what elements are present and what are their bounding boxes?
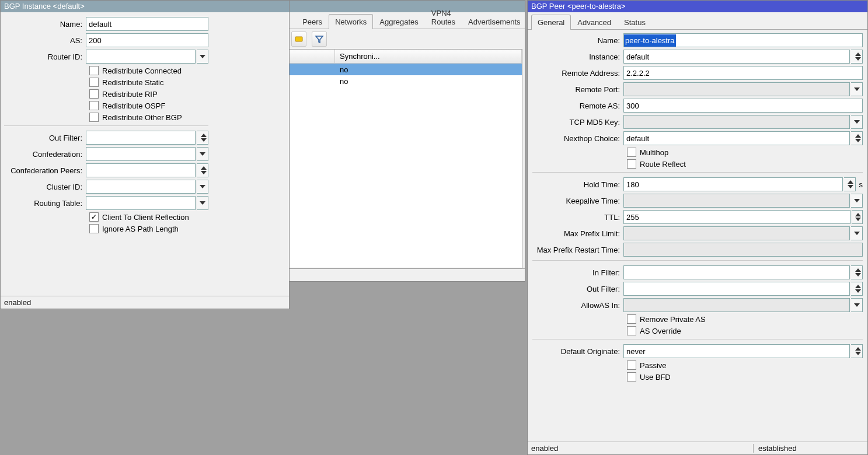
tab-networks[interactable]: Networks (329, 14, 373, 29)
peer-out-filter-label: Out Filter: (532, 285, 623, 293)
routing-table-combo[interactable] (86, 196, 196, 210)
tcp-md5-label: TCP MD5 Key: (532, 118, 623, 127)
client-reflection-label: Client To Client Reflection (102, 213, 189, 222)
route-reflect-label: Route Reflect (640, 160, 686, 169)
remove-private-as-check[interactable] (627, 314, 636, 324)
router-id-label: Router ID: (4, 52, 86, 61)
remote-port-label: Remote Port: (532, 85, 623, 94)
ignore-as-path-label: Ignore AS Path Length (102, 225, 179, 233)
name-input[interactable] (86, 17, 208, 31)
keepalive-dropdown[interactable] (851, 194, 863, 208)
instance-dropdown[interactable] (851, 50, 863, 64)
peer-status-left: enabled (531, 444, 558, 453)
default-originate-combo[interactable]: never (623, 344, 850, 358)
in-filter-dropdown[interactable] (851, 265, 863, 279)
confederation-peers-label: Confederation Peers: (4, 166, 86, 175)
as-label: AS: (4, 36, 86, 45)
tab-status[interactable]: Status (618, 15, 652, 30)
name-label: Name: (4, 20, 86, 29)
instance-window-title[interactable]: BGP Instance <default> (1, 1, 289, 12)
in-filter-label: In Filter: (532, 268, 623, 277)
tab-peers[interactable]: Peers (296, 14, 329, 29)
confederation-combo[interactable] (86, 147, 196, 161)
redistribute-other-bgp-check[interactable] (89, 113, 99, 122)
client-reflection-check[interactable] (89, 212, 99, 222)
hold-time-dropdown[interactable] (844, 177, 856, 191)
use-bfd-check[interactable] (627, 372, 636, 382)
peer-tabs: General Advanced Status (528, 12, 867, 30)
max-prefix-input[interactable] (623, 226, 850, 240)
remote-as-label: Remote AS: (532, 102, 623, 110)
cluster-id-combo[interactable] (86, 180, 196, 194)
tab-general[interactable]: General (531, 15, 571, 30)
instance-status-text: enabled (4, 298, 31, 307)
routing-table-label: Routing Table: (4, 199, 86, 208)
redistribute-other-bgp-label: Redistribute Other BGP (102, 113, 182, 122)
ignore-as-path-check[interactable] (89, 224, 99, 233)
confederation-dropdown[interactable] (197, 147, 208, 161)
col-synchronize[interactable]: Synchroni... (335, 50, 522, 63)
confederation-peers-combo[interactable] (86, 163, 196, 177)
ttl-label: TTL: (532, 213, 623, 222)
hold-time-input[interactable] (623, 177, 843, 191)
redistribute-connected-check[interactable] (89, 66, 99, 75)
router-id-dropdown[interactable] (197, 50, 208, 64)
bgp-peer-window: BGP Peer <peer-to-alestra> General Advan… (527, 0, 868, 455)
confederation-peers-updown[interactable] (197, 163, 208, 177)
allowas-dropdown[interactable] (851, 298, 863, 312)
nexthop-combo[interactable]: default (623, 131, 850, 145)
tcp-md5-dropdown[interactable] (851, 115, 863, 129)
max-prefix-dropdown[interactable] (851, 226, 863, 240)
routing-table-dropdown[interactable] (197, 196, 208, 210)
keepalive-label: Keepalive Time: (532, 197, 623, 205)
cluster-id-label: Cluster ID: (4, 183, 86, 191)
instance-combo[interactable]: default (623, 50, 850, 64)
in-filter-combo[interactable] (623, 265, 850, 279)
peer-out-filter-dropdown[interactable] (851, 282, 863, 296)
out-filter-label: Out Filter: (4, 134, 86, 142)
passive-check[interactable] (627, 360, 636, 370)
remote-port-input[interactable] (623, 82, 850, 96)
multihop-check[interactable] (627, 148, 636, 157)
ttl-input[interactable] (623, 210, 850, 224)
peer-statusbar: enabled established (528, 442, 867, 454)
peer-out-filter-combo[interactable] (623, 282, 850, 296)
tab-vpn4-routes[interactable]: VPN4 Routes (425, 5, 462, 29)
default-originate-dropdown[interactable] (851, 344, 863, 358)
redistribute-rip-check[interactable] (89, 89, 99, 99)
route-reflect-check[interactable] (627, 159, 636, 169)
redistribute-static-check[interactable] (89, 78, 99, 87)
router-id-combo[interactable] (86, 50, 196, 64)
allowas-input[interactable] (623, 298, 850, 312)
ttl-dropdown[interactable] (852, 210, 863, 224)
peer-name-input[interactable]: peer-to-alestra (623, 33, 863, 47)
peer-window-title[interactable]: BGP Peer <peer-to-alestra> (528, 1, 867, 12)
cluster-id-dropdown[interactable] (197, 180, 208, 194)
as-override-check[interactable] (627, 326, 636, 335)
default-originate-label: Default Originate: (532, 347, 623, 356)
out-filter-dropdown[interactable] (197, 131, 208, 145)
remote-port-dropdown[interactable] (851, 82, 863, 96)
passive-label: Passive (640, 361, 667, 370)
redistribute-ospf-check[interactable] (89, 101, 99, 110)
tab-aggregates[interactable]: Aggregates (373, 14, 425, 29)
nexthop-dropdown[interactable] (851, 131, 863, 145)
tab-advertisements[interactable]: Advertisements (462, 14, 527, 29)
confederation-label: Confederation: (4, 150, 86, 159)
instance-label: Instance: (532, 52, 623, 61)
redistribute-static-label: Redistribute Static (102, 78, 164, 87)
tab-advanced[interactable]: Advanced (571, 15, 618, 30)
remote-as-input[interactable] (623, 99, 863, 113)
remove-private-as-label: Remove Private AS (640, 315, 706, 324)
out-filter-combo[interactable] (86, 131, 196, 145)
redistribute-rip-label: Redistribute RIP (102, 90, 158, 99)
keepalive-input[interactable] (623, 194, 850, 208)
bgp-instance-window: BGP Instance <default> Name: AS: Router … (0, 0, 290, 309)
max-restart-input[interactable] (623, 243, 863, 257)
comment-button[interactable] (291, 32, 306, 47)
filter-button[interactable] (312, 32, 327, 47)
remote-address-input[interactable] (623, 66, 863, 80)
use-bfd-label: Use BFD (640, 373, 671, 382)
tcp-md5-input[interactable] (623, 115, 850, 129)
as-input[interactable] (86, 33, 208, 47)
